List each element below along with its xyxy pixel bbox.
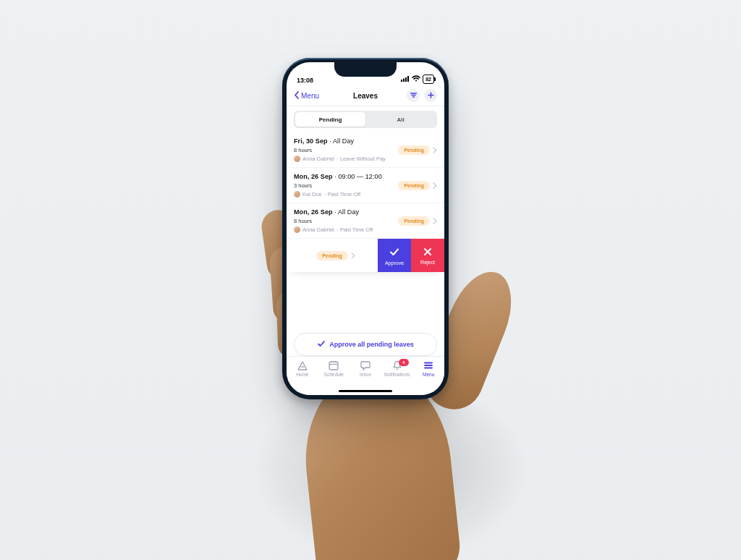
leave-type: Paid Time Off	[328, 191, 360, 198]
svg-rect-1	[403, 78, 405, 82]
avatar	[294, 191, 300, 198]
check-icon	[389, 246, 400, 258]
svg-rect-2	[405, 77, 407, 82]
close-icon	[423, 247, 433, 258]
add-button[interactable]	[424, 89, 437, 102]
leave-person: Anna Gabriel	[302, 226, 334, 233]
hand-shadow	[253, 405, 528, 560]
filter-icon	[410, 89, 418, 102]
status-badge: Pending	[316, 251, 348, 260]
battery-level: 82	[425, 77, 431, 82]
chat-icon	[360, 360, 371, 370]
leave-title: Fri, 30 Sep · All Day	[294, 137, 398, 145]
chevron-right-icon	[433, 143, 437, 156]
leave-row[interactable]: Mon, 26 Sep · 09:00 — 12:00 3 hours Kai …	[287, 168, 444, 203]
phone-notch	[334, 62, 397, 77]
chevron-right-icon	[433, 214, 437, 227]
status-badge: Pending	[398, 145, 430, 155]
approve-all-button[interactable]: Approve all pending leaves	[294, 333, 437, 356]
check-icon	[317, 339, 326, 349]
leave-person: Anna Gabriel	[302, 156, 334, 162]
calendar-icon	[328, 360, 339, 370]
leave-meta: Anna Gabriel · Paid Time Off	[294, 226, 398, 233]
leave-title: Mon, 26 Sep · 09:00 — 12:00	[294, 173, 398, 180]
leave-duration: 8 hours	[294, 218, 398, 224]
tab-menu-label: Menu	[423, 372, 434, 377]
approve-button[interactable]: Approve	[378, 239, 411, 272]
chevron-right-icon	[433, 179, 437, 192]
tab-schedule-label: Schedule	[324, 372, 344, 377]
leave-row[interactable]: Fri, 30 Sep · All Day 8 hours Anna Gabri…	[287, 132, 444, 168]
leave-duration: 8 hours	[294, 147, 398, 153]
tab-notifications-label: Notifications	[384, 372, 410, 377]
plus-icon	[427, 89, 435, 102]
chevron-right-icon	[351, 249, 355, 262]
tab-schedule[interactable]: Schedule	[318, 360, 350, 377]
phone-screen: 13:08 82 Menu Leaves	[287, 62, 444, 395]
leave-title: Mon, 26 Sep · All Day	[294, 208, 398, 216]
status-badge: Pending	[398, 216, 430, 226]
leave-meta: Anna Gabriel · Leave Without Pay	[294, 156, 398, 162]
reject-label: Reject	[420, 260, 435, 265]
approve-all-label: Approve all pending leaves	[329, 341, 414, 348]
chevron-left-icon	[294, 91, 300, 101]
tab-notifications[interactable]: 4 Notifications	[381, 360, 413, 377]
home-indicator[interactable]	[339, 390, 392, 393]
tab-inbox[interactable]: Inbox	[350, 360, 381, 377]
segment-pending[interactable]: Pending	[295, 112, 365, 127]
battery-icon: 82	[423, 75, 434, 84]
leave-meta: Kai Doe · Paid Time Off	[294, 191, 398, 198]
back-button[interactable]: Menu	[294, 91, 319, 101]
notification-badge: 4	[399, 359, 409, 366]
cellular-icon	[401, 76, 410, 83]
avatar	[294, 156, 300, 162]
menu-icon	[423, 360, 434, 370]
svg-rect-13	[329, 362, 338, 370]
tab-bar: Home Schedule Inbox 4 Notifications	[287, 356, 444, 395]
back-label: Menu	[301, 92, 319, 100]
svg-point-4	[415, 80, 417, 81]
segment-all-label: All	[397, 116, 404, 123]
tab-menu[interactable]: Menu	[412, 360, 444, 377]
svg-rect-3	[407, 76, 409, 82]
leave-person: Kai Doe	[302, 191, 322, 198]
tab-inbox-label: Inbox	[360, 372, 371, 377]
wifi-icon	[412, 75, 420, 83]
leave-row[interactable]: Mon, 26 Sep · All Day 8 hours Anna Gabri…	[287, 203, 444, 239]
segment-pending-label: Pending	[319, 116, 342, 123]
leave-duration: 3 hours	[294, 182, 398, 189]
leave-row-swiped[interactable]: Pending Approve Reject	[287, 239, 444, 272]
leave-type: Paid Time Off	[340, 226, 373, 233]
reject-button[interactable]: Reject	[411, 239, 444, 272]
avatar	[294, 226, 300, 233]
nav-header: Menu Leaves	[287, 85, 444, 106]
filter-button[interactable]	[407, 89, 420, 102]
approve-label: Approve	[385, 260, 404, 266]
svg-rect-0	[401, 80, 402, 82]
tab-home-label: Home	[296, 372, 308, 377]
phone-frame: 13:08 82 Menu Leaves	[282, 58, 449, 399]
segment-all[interactable]: All	[365, 112, 436, 127]
tab-home[interactable]: Home	[287, 360, 318, 377]
status-badge: Pending	[398, 181, 430, 190]
leave-type: Leave Without Pay	[340, 156, 386, 162]
segmented-control: Pending All	[287, 106, 444, 132]
home-icon	[297, 360, 308, 370]
status-time: 13:08	[297, 77, 313, 84]
